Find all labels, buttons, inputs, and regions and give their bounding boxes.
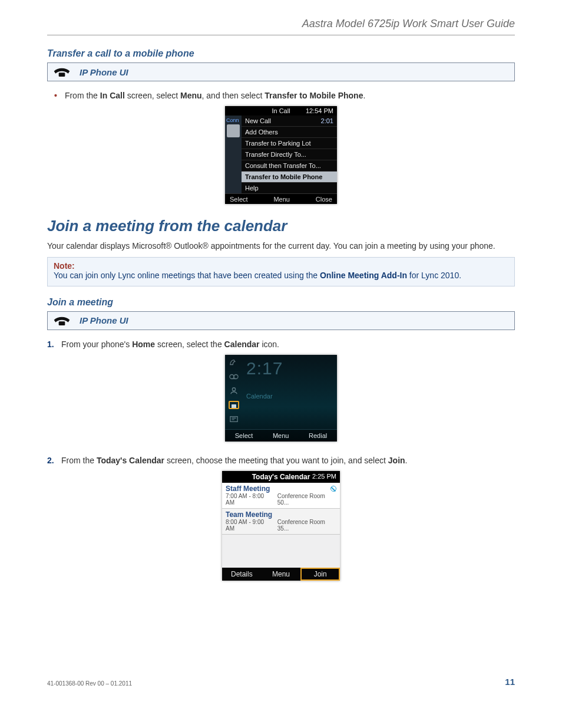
screenshot-home-calendar: 2:17 Calendar Select Menu Redial bbox=[225, 355, 337, 442]
menu-item[interactable]: Consult then Transfer To... bbox=[242, 160, 337, 171]
svg-rect-6 bbox=[230, 417, 237, 422]
softkey-join[interactable]: Join bbox=[300, 568, 340, 581]
svg-rect-1 bbox=[59, 321, 65, 325]
ip-phone-ui-bar: IP Phone UI bbox=[47, 62, 515, 81]
heading-join-meeting: Join a meeting from the calendar bbox=[47, 217, 515, 235]
softkey-menu[interactable]: Menu bbox=[273, 196, 290, 203]
side-status: Conn bbox=[226, 117, 240, 123]
menu-item[interactable]: Transfer Directly To... bbox=[242, 149, 337, 160]
clock: 2:25 PM bbox=[312, 473, 336, 480]
empty-list-area bbox=[222, 535, 340, 568]
svg-point-3 bbox=[234, 374, 238, 378]
step-2: 2. From the Today's Calendar screen, cho… bbox=[59, 454, 515, 466]
clock: 12:54 PM bbox=[306, 107, 333, 114]
softkey-menu[interactable]: Menu bbox=[262, 568, 301, 581]
svg-rect-0 bbox=[59, 73, 65, 77]
screen-title: In Call bbox=[272, 107, 290, 114]
running-header: Aastra Model 6725ip Work Smart User Guid… bbox=[47, 18, 515, 35]
online-meeting-icon bbox=[330, 486, 336, 492]
screenshot-todays-calendar: Today's Calendar 2:25 PM Staff Meeting 7… bbox=[222, 471, 340, 581]
home-time: 2:17 bbox=[246, 358, 333, 378]
calendar-event-selected[interactable]: Staff Meeting 7:00 AM - 8:00 AMConferenc… bbox=[222, 483, 340, 509]
softkey-details[interactable]: Details bbox=[222, 568, 262, 581]
softkey-close[interactable]: Close bbox=[316, 196, 332, 203]
ip-phone-ui-label: IP Phone UI bbox=[80, 67, 128, 77]
call-log-icon[interactable] bbox=[229, 415, 239, 423]
svg-rect-5 bbox=[232, 404, 236, 408]
calendar-icon[interactable] bbox=[229, 401, 239, 409]
footer-revision: 41-001368-00 Rev 00 – 01.2011 bbox=[47, 680, 132, 687]
note-label: Note: bbox=[54, 261, 508, 271]
voicemail-icon[interactable] bbox=[229, 373, 239, 381]
calendar-label: Calendar bbox=[246, 393, 333, 400]
note-box: Note: You can join only Lync online meet… bbox=[47, 257, 515, 286]
intro-paragraph: Your calendar displays Microsoft® Outloo… bbox=[47, 240, 515, 252]
menu-item[interactable]: Help bbox=[242, 182, 337, 193]
softkey-redial[interactable]: Redial bbox=[309, 432, 327, 439]
softkey-select[interactable]: Select bbox=[235, 432, 253, 439]
ip-phone-ui-label: IP Phone UI bbox=[80, 315, 128, 325]
step-1: 1. From your phone's Home screen, select… bbox=[59, 338, 515, 350]
contacts-icon[interactable] bbox=[229, 387, 239, 395]
action-menu: New Call 2:01 Add Others Transfer to Par… bbox=[242, 116, 337, 193]
menu-item[interactable]: Transfer to Parking Lot bbox=[242, 137, 337, 149]
screenshot-incall-menu: In Call 12:54 PM Conn New Call 2:01 Add … bbox=[225, 106, 337, 204]
softkey-menu[interactable]: Menu bbox=[273, 432, 289, 439]
svg-point-4 bbox=[232, 388, 235, 391]
menu-item[interactable]: Add Others bbox=[242, 126, 337, 137]
menu-item-selected[interactable]: Transfer to Mobile Phone bbox=[242, 171, 337, 182]
ip-phone-ui-bar: IP Phone UI bbox=[47, 311, 515, 330]
subheading-join: Join a meeting bbox=[47, 297, 515, 308]
handset-icon[interactable] bbox=[229, 358, 239, 367]
call-duration: 2:01 bbox=[321, 117, 333, 124]
subheading-transfer: Transfer a call to a mobile phone bbox=[47, 48, 515, 59]
menu-item[interactable]: New Call 2:01 bbox=[242, 116, 337, 126]
phone-icon bbox=[52, 314, 71, 327]
screen-title: Today's Calendar bbox=[252, 473, 310, 481]
softkey-select[interactable]: Select bbox=[230, 196, 248, 203]
calendar-event[interactable]: Team Meeting 8:00 AM - 9:00 AMConference… bbox=[222, 509, 340, 535]
svg-point-2 bbox=[230, 374, 234, 378]
page-number: 11 bbox=[505, 677, 515, 687]
avatar bbox=[227, 124, 240, 137]
bullet-transfer-step: From the In Call screen, select Menu, an… bbox=[62, 90, 515, 101]
phone-icon bbox=[52, 65, 71, 78]
